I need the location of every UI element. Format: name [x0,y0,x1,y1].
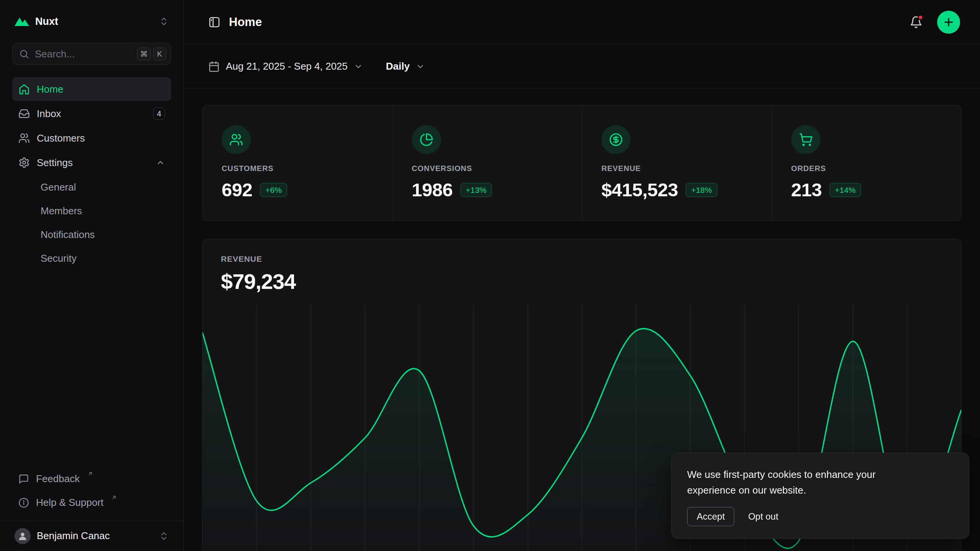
sidebar-item-home[interactable]: Home [12,77,171,101]
info-icon [18,497,29,508]
sidebar-item-notifications[interactable]: Notifications [12,223,171,246]
footer-link-label: Feedback [36,473,80,485]
stat-label: ORDERS [791,164,946,173]
topbar: Home [184,0,980,44]
accept-cookies-button[interactable]: Accept [687,507,734,526]
stat-delta-badge: +6% [260,183,287,197]
stat-card-revenue[interactable]: REVENUE $415,523 +18% [582,105,772,221]
sidebar-item-security[interactable]: Security [12,246,171,270]
sidebar-spacer [0,270,183,468]
chevron-down-icon [416,62,425,71]
sidebar-item-inbox[interactable]: Inbox 4 [12,102,171,126]
message-icon [18,474,29,484]
revenue-value: $79,234 [221,269,943,294]
date-range-value: Aug 21, 2025 - Sep 4, 2025 [226,60,348,72]
sidebar-top: Nuxt Search... ⌘ K [0,0,183,270]
plus-icon [942,16,955,28]
sub-item-label: Members [41,205,82,217]
stat-value: 692 [222,179,252,201]
stat-value: 1986 [412,179,453,201]
gear-icon [18,157,30,168]
optout-cookies-button[interactable]: Opt out [748,507,778,526]
stats-grid: CUSTOMERS 692 +6% CONVERSIONS 1986 +13% [202,105,962,221]
notifications-button[interactable] [910,16,923,29]
users-icon [18,132,30,144]
date-range-picker[interactable]: Aug 21, 2025 - Sep 4, 2025 [208,60,363,72]
sidebar-collapse-button[interactable] [208,16,220,28]
sub-item-label: Notifications [41,229,95,241]
sidebar-item-general[interactable]: General [12,175,171,199]
footer-link-label: Help & Support [36,497,103,509]
inbox-icon [18,108,30,119]
stat-value: $415,523 [601,179,678,201]
cookie-banner: We use first-party cookies to enhance yo… [671,453,969,539]
sidebar-nav: Home Inbox 4 Customers [12,77,171,270]
chevrons-up-down-icon [159,531,169,541]
add-button[interactable] [937,11,960,34]
search-placeholder: Search... [35,48,75,60]
page-title: Home [229,15,262,29]
sidebar-item-members[interactable]: Members [12,199,171,223]
pie-chart-icon [412,125,441,154]
sub-item-label: Security [41,253,77,264]
sidebar-item-label: Settings [37,157,73,169]
stat-label: CONVERSIONS [412,164,567,173]
workspace-name: Nuxt [35,16,58,28]
revenue-card-header: REVENUE $79,234 [203,239,961,294]
search-input[interactable]: Search... ⌘ K [12,43,171,65]
external-link-icon [87,471,93,477]
sidebar-item-settings[interactable]: Settings [12,151,171,174]
sidebar-item-customers[interactable]: Customers [12,126,171,150]
notification-dot [918,15,923,20]
cart-icon [791,125,820,154]
kbd-k: K [153,47,166,60]
granularity-value: Daily [386,60,410,72]
filter-bar: Aug 21, 2025 - Sep 4, 2025 Daily [184,44,980,89]
feedback-link[interactable]: Feedback [12,468,171,491]
calendar-icon [208,61,220,72]
stat-label: CUSTOMERS [222,164,377,173]
revenue-label: REVENUE [221,254,943,264]
stat-value: 213 [791,179,822,201]
kbd-cmd: ⌘ [137,47,151,60]
chevron-down-icon [354,62,363,71]
stat-card-conversions[interactable]: CONVERSIONS 1986 +13% [392,105,582,221]
nuxt-logo-icon [15,16,29,26]
chevrons-up-down-icon [159,16,169,26]
user-menu[interactable]: Benjamin Canac [0,520,183,551]
user-name: Benjamin Canac [37,530,110,542]
cookie-message: We use first-party cookies to enhance yo… [687,467,924,498]
stat-label: REVENUE [601,164,756,173]
stat-card-customers[interactable]: CUSTOMERS 692 +6% [203,105,392,221]
stat-delta-badge: +18% [686,183,717,197]
topbar-actions [910,11,960,34]
avatar [15,528,31,544]
stat-delta-badge: +13% [461,183,492,197]
sidebar-footer: Feedback Help & Support [0,468,183,520]
inbox-count-badge: 4 [153,108,165,120]
help-support-link[interactable]: Help & Support [12,491,171,515]
home-icon [18,83,30,95]
settings-subnav: General Members Notifications Security [12,175,171,270]
search-icon [19,49,29,59]
workspace-selector[interactable]: Nuxt [12,11,171,32]
stat-card-orders[interactable]: ORDERS 213 +14% [772,105,962,221]
chevron-up-icon [156,158,165,167]
sidebar-item-label: Home [37,83,63,95]
sub-item-label: General [41,181,76,193]
sidebar-item-label: Customers [37,132,85,144]
dollar-circle-icon [601,125,630,154]
users-icon [222,125,251,154]
stat-delta-badge: +14% [830,183,861,197]
search-shortcut: ⌘ K [137,47,166,60]
sidebar-item-label: Inbox [37,108,61,120]
cookie-actions: Accept Opt out [687,507,954,526]
granularity-select[interactable]: Daily [386,60,425,72]
sidebar: Nuxt Search... ⌘ K [0,0,184,551]
app-root: Nuxt Search... ⌘ K [0,0,980,551]
external-link-icon [111,494,117,500]
panel-left-icon [208,16,220,28]
